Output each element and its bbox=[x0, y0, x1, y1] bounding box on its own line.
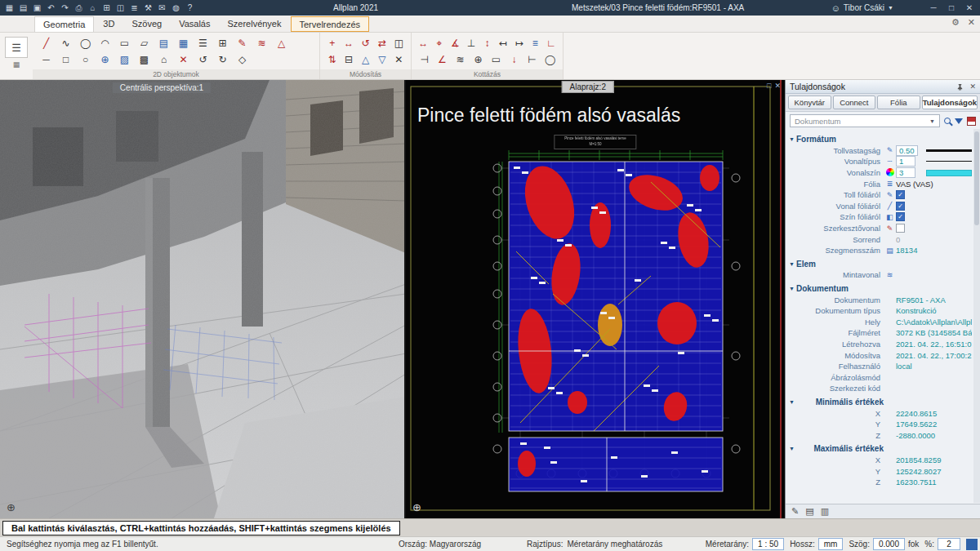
line-type-icon[interactable]: ┄ bbox=[884, 158, 896, 166]
scale-value[interactable]: 1 : 50 bbox=[752, 538, 784, 550]
segment-tool-icon[interactable]: ─ bbox=[38, 52, 55, 67]
property-value[interactable]: 0 bbox=[896, 235, 972, 244]
favorites-icon[interactable] bbox=[967, 117, 976, 126]
main-menu-button[interactable]: ☰ bbox=[5, 37, 28, 58]
tab-sz-veg[interactable]: Szöveg bbox=[123, 16, 170, 32]
property-value[interactable]: 2021. 04. 22., 17:00:21 bbox=[896, 351, 972, 360]
polygon-tool-icon[interactable]: △ bbox=[273, 36, 290, 51]
viewport-close-icon[interactable]: ✕ bbox=[774, 82, 781, 90]
pin-icon[interactable] bbox=[956, 83, 964, 91]
palette-icon[interactable]: ◍ bbox=[170, 2, 182, 14]
checkbox[interactable] bbox=[896, 224, 905, 233]
search-icon[interactable] bbox=[944, 118, 951, 124]
diamond-tool-icon[interactable]: ◇ bbox=[234, 52, 251, 67]
property-value[interactable]: VAS (VAS) bbox=[896, 180, 972, 189]
line-tool-icon[interactable]: ╱ bbox=[38, 36, 55, 51]
percent-value[interactable]: 2 bbox=[938, 538, 960, 550]
list-icon[interactable]: ≣ bbox=[128, 2, 140, 14]
pen-from-layer-icon[interactable]: ✎ bbox=[884, 191, 896, 199]
property-value[interactable]: 1 bbox=[896, 156, 926, 167]
swap-tool-icon[interactable]: ⇄ bbox=[375, 36, 389, 51]
properties-scrollbar[interactable] bbox=[973, 129, 980, 503]
collapse-triangle-icon[interactable]: ▼ bbox=[787, 399, 796, 405]
delete-tool-icon[interactable]: ✕ bbox=[175, 52, 192, 67]
properties-tab-connect[interactable]: Connect bbox=[833, 96, 876, 109]
minimize-button[interactable]: ─ bbox=[924, 3, 942, 12]
duplicate-tool-icon[interactable]: ◫ bbox=[392, 36, 406, 51]
section-header-maxim-lis-rt-kek[interactable]: ▼Maximális értékek bbox=[787, 443, 972, 455]
wave-dimension-icon[interactable]: ≋ bbox=[452, 52, 468, 67]
edit-properties-icon[interactable]: ✎ bbox=[791, 506, 799, 517]
section-header-elem[interactable]: ▼Elem bbox=[787, 259, 972, 270]
panel-close-icon[interactable]: ✕ bbox=[969, 82, 976, 91]
redo-icon[interactable]: ↷ bbox=[59, 2, 71, 14]
help-icon[interactable]: ? bbox=[184, 2, 196, 14]
grid-tool-icon[interactable]: ⊞ bbox=[214, 36, 231, 51]
erase-tool-icon[interactable]: ✕ bbox=[392, 52, 406, 67]
fill-tool-icon[interactable]: ☰ bbox=[194, 36, 212, 51]
property-value[interactable]: ✓ bbox=[896, 212, 972, 221]
close-button[interactable]: ✕ bbox=[960, 3, 978, 12]
section-header-form-tum[interactable]: ▼Formátum bbox=[787, 134, 972, 145]
copy-properties-icon[interactable]: ▥ bbox=[821, 506, 829, 517]
rectangle-tool-icon[interactable]: ▭ bbox=[116, 36, 133, 51]
circle-dimension-icon[interactable]: ◯ bbox=[542, 52, 558, 67]
rotate-left-icon[interactable]: ↺ bbox=[194, 52, 212, 67]
settings-gear-icon[interactable]: ⚙ bbox=[951, 17, 960, 28]
hatch-diagonal-icon[interactable]: ▨ bbox=[116, 52, 133, 67]
tab-vasal-s[interactable]: Vasalás bbox=[171, 16, 218, 32]
dimension-chain-icon[interactable]: ≡ bbox=[528, 36, 542, 51]
vertical-dimension-icon[interactable]: ↕ bbox=[480, 36, 494, 51]
arc-tool-icon[interactable]: ◠ bbox=[96, 36, 114, 51]
print-icon[interactable]: ⎙ bbox=[73, 2, 85, 14]
linear-dimension-icon[interactable]: ↔ bbox=[416, 36, 430, 51]
new-document-icon[interactable]: ▤ bbox=[17, 2, 29, 14]
sketch-tool-icon[interactable]: ✎ bbox=[234, 36, 251, 51]
section-header-dokumentum[interactable]: ▼Dokumentum bbox=[787, 283, 972, 295]
checkbox[interactable]: ✓ bbox=[896, 212, 905, 221]
undo-icon[interactable]: ↶ bbox=[45, 2, 57, 14]
value-box[interactable]: 3 bbox=[896, 167, 915, 178]
line-from-layer-icon[interactable]: ╱ bbox=[884, 202, 896, 210]
property-value[interactable]: 17649.5622 bbox=[896, 420, 972, 429]
grid-icon[interactable]: ⊞ bbox=[100, 2, 113, 14]
scrollbar-thumb[interactable] bbox=[974, 131, 979, 225]
viewport-perspective[interactable]: Centrális perspektíva:1 ⊕ bbox=[0, 80, 406, 518]
pattern-tool-icon[interactable]: ▦ bbox=[175, 36, 192, 51]
collapse-triangle-icon[interactable]: ▼ bbox=[787, 446, 796, 451]
square-tool-icon[interactable]: □ bbox=[57, 52, 74, 67]
layer-icon[interactable]: ≣ bbox=[884, 180, 896, 188]
property-value[interactable]: 3 bbox=[896, 167, 926, 178]
spline-tool-icon[interactable]: ∿ bbox=[57, 36, 74, 51]
tools-icon[interactable]: ⚒ bbox=[142, 2, 154, 14]
color-from-layer-icon[interactable]: ◧ bbox=[884, 213, 896, 221]
property-value[interactable]: ✓ bbox=[896, 202, 972, 211]
center-mark-icon[interactable]: ⊕ bbox=[470, 52, 486, 67]
collapse-triangle-icon[interactable]: ▼ bbox=[787, 261, 796, 267]
maximize-button[interactable]: □ bbox=[942, 3, 960, 12]
mail-icon[interactable]: ✉ bbox=[156, 2, 168, 14]
property-value[interactable]: C:\Adatok\Allplan\Allpla bbox=[896, 318, 972, 327]
rotate-tool-icon[interactable]: ↺ bbox=[359, 36, 372, 51]
save-icon[interactable]: ▣ bbox=[31, 2, 43, 14]
property-value[interactable]: ✓ bbox=[896, 190, 972, 199]
scale-down-icon[interactable]: ▽ bbox=[375, 52, 389, 67]
tab-szerelv-nyek[interactable]: Szerelvények bbox=[219, 16, 289, 32]
trim-tool-icon[interactable]: ⊟ bbox=[341, 52, 355, 67]
mirror-tool-icon[interactable]: ⇅ bbox=[325, 52, 339, 67]
point-tool-icon[interactable]: ○ bbox=[77, 52, 94, 67]
property-value[interactable]: -2880.0000 bbox=[896, 431, 972, 440]
angle-value[interactable]: 0.000 bbox=[873, 538, 905, 550]
property-value[interactable]: local bbox=[896, 362, 972, 371]
datum-right-icon[interactable]: ⊢ bbox=[524, 52, 540, 67]
property-value[interactable]: 0.50 bbox=[896, 145, 926, 156]
move-tool-icon[interactable]: + bbox=[325, 36, 339, 51]
property-value[interactable]: 201854.8259 bbox=[896, 455, 972, 464]
stretch-tool-icon[interactable]: ↔ bbox=[341, 36, 355, 51]
right-angle-icon[interactable]: ∟ bbox=[545, 36, 559, 51]
property-value[interactable]: 2021. 04. 22., 16:51:07 bbox=[896, 340, 972, 349]
coordinate-dimension-icon[interactable]: ⌖ bbox=[433, 36, 447, 51]
collapse-triangle-icon[interactable]: ▼ bbox=[787, 286, 796, 291]
segment-count-icon[interactable]: ▤ bbox=[884, 247, 896, 255]
construction-line-icon[interactable]: ✎ bbox=[884, 224, 896, 233]
